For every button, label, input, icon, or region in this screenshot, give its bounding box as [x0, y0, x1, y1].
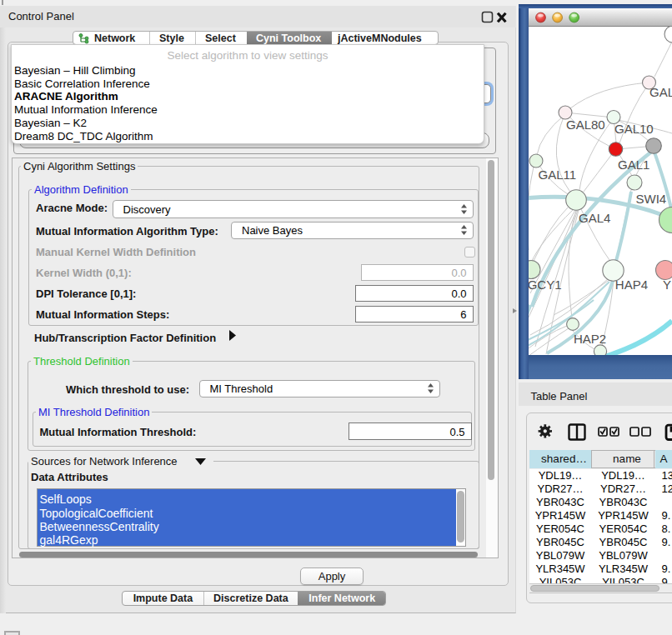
svg-text:HAP2: HAP2 [574, 332, 606, 346]
svg-text:Y: Y [663, 278, 671, 292]
svg-text:HAP4: HAP4 [615, 278, 648, 292]
svg-text:GAL1: GAL1 [618, 158, 649, 172]
svg-text:GAL4: GAL4 [579, 211, 610, 225]
svg-text:SWI4: SWI4 [636, 192, 667, 206]
svg-text:GAL: GAL [649, 85, 672, 99]
svg-text:GAL80: GAL80 [566, 118, 605, 132]
svg-text:GCY1: GCY1 [529, 278, 562, 292]
svg-text:GAL11: GAL11 [539, 168, 577, 182]
svg-text:GAL10: GAL10 [614, 122, 654, 136]
